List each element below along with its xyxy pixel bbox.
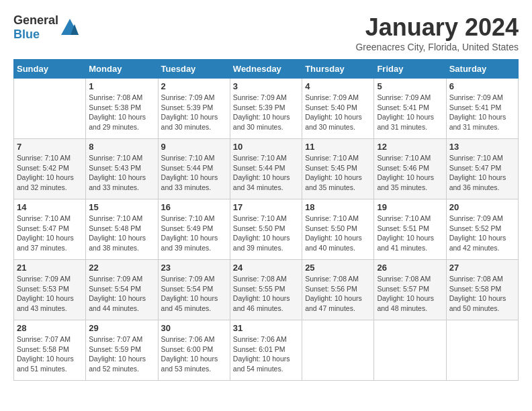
day-number: 22 <box>89 263 154 273</box>
day-of-week-header: Saturday <box>446 60 518 79</box>
day-number: 11 <box>305 142 371 152</box>
calendar-week-row: 7Sunrise: 7:10 AM Sunset: 5:42 PM Daylig… <box>14 139 519 199</box>
day-number: 12 <box>377 142 443 152</box>
day-of-week-header: Tuesday <box>158 60 230 79</box>
calendar-day-cell: 16Sunrise: 7:10 AM Sunset: 5:49 PM Dayli… <box>158 199 230 260</box>
calendar-day-cell: 29Sunrise: 7:07 AM Sunset: 5:59 PM Dayli… <box>86 320 158 381</box>
day-info: Sunrise: 7:07 AM Sunset: 5:59 PM Dayligh… <box>89 334 154 374</box>
calendar-day-cell: 8Sunrise: 7:10 AM Sunset: 5:43 PM Daylig… <box>86 139 158 199</box>
day-number: 26 <box>377 263 443 273</box>
day-info: Sunrise: 7:10 AM Sunset: 5:45 PM Dayligh… <box>305 153 371 193</box>
day-number: 14 <box>17 202 83 212</box>
calendar-day-cell: 10Sunrise: 7:10 AM Sunset: 5:44 PM Dayli… <box>230 139 302 199</box>
day-number: 5 <box>377 81 443 91</box>
logo: General Blue <box>13 13 80 42</box>
day-info: Sunrise: 7:09 AM Sunset: 5:40 PM Dayligh… <box>305 93 371 132</box>
calendar-day-cell: 2Sunrise: 7:09 AM Sunset: 5:39 PM Daylig… <box>158 79 230 139</box>
calendar-day-cell: 9Sunrise: 7:10 AM Sunset: 5:44 PM Daylig… <box>158 139 230 199</box>
logo-blue: Blue <box>13 28 40 41</box>
day-info: Sunrise: 7:09 AM Sunset: 5:39 PM Dayligh… <box>233 93 299 132</box>
day-number: 6 <box>449 81 515 91</box>
day-number: 23 <box>161 263 227 273</box>
day-number: 28 <box>17 323 83 333</box>
day-info: Sunrise: 7:09 AM Sunset: 5:41 PM Dayligh… <box>377 93 443 132</box>
calendar-day-cell: 4Sunrise: 7:09 AM Sunset: 5:40 PM Daylig… <box>302 79 374 139</box>
day-info: Sunrise: 7:10 AM Sunset: 5:43 PM Dayligh… <box>89 153 154 193</box>
day-number: 29 <box>89 323 154 333</box>
day-info: Sunrise: 7:09 AM Sunset: 5:54 PM Dayligh… <box>161 274 227 314</box>
day-number: 15 <box>89 202 154 212</box>
calendar-day-cell: 15Sunrise: 7:10 AM Sunset: 5:48 PM Dayli… <box>86 199 158 260</box>
day-info: Sunrise: 7:10 AM Sunset: 5:42 PM Dayligh… <box>17 153 83 193</box>
day-number: 27 <box>449 263 515 273</box>
day-info: Sunrise: 7:08 AM Sunset: 5:38 PM Dayligh… <box>89 93 154 132</box>
calendar-day-cell: 6Sunrise: 7:09 AM Sunset: 5:41 PM Daylig… <box>446 79 518 139</box>
day-info: Sunrise: 7:10 AM Sunset: 5:51 PM Dayligh… <box>377 214 443 253</box>
day-number: 2 <box>161 81 227 91</box>
logo-general: General <box>13 13 58 27</box>
day-number: 4 <box>305 81 371 91</box>
calendar-day-cell <box>374 320 446 381</box>
day-info: Sunrise: 7:10 AM Sunset: 5:44 PM Dayligh… <box>233 153 299 193</box>
day-info: Sunrise: 7:08 AM Sunset: 5:57 PM Dayligh… <box>377 274 443 314</box>
calendar-day-cell: 31Sunrise: 7:06 AM Sunset: 6:01 PM Dayli… <box>230 320 302 381</box>
calendar-day-cell: 3Sunrise: 7:09 AM Sunset: 5:39 PM Daylig… <box>230 79 302 139</box>
calendar-day-cell: 20Sunrise: 7:09 AM Sunset: 5:52 PM Dayli… <box>446 199 518 260</box>
calendar-day-cell <box>446 320 518 381</box>
day-number: 13 <box>449 142 515 152</box>
day-number: 3 <box>233 81 299 91</box>
day-info: Sunrise: 7:06 AM Sunset: 6:01 PM Dayligh… <box>233 334 299 374</box>
location-subtitle: Greenacres City, Florida, United States <box>355 42 519 52</box>
day-of-week-header: Monday <box>86 60 158 79</box>
calendar-day-cell: 1Sunrise: 7:08 AM Sunset: 5:38 PM Daylig… <box>86 79 158 139</box>
calendar-week-row: 1Sunrise: 7:08 AM Sunset: 5:38 PM Daylig… <box>14 79 519 139</box>
calendar-week-row: 21Sunrise: 7:09 AM Sunset: 5:53 PM Dayli… <box>14 260 519 320</box>
calendar-day-cell: 14Sunrise: 7:10 AM Sunset: 5:47 PM Dayli… <box>14 199 86 260</box>
calendar-day-cell <box>14 79 86 139</box>
day-of-week-header: Wednesday <box>230 60 302 79</box>
calendar-day-cell: 18Sunrise: 7:10 AM Sunset: 5:50 PM Dayli… <box>302 199 374 260</box>
day-info: Sunrise: 7:10 AM Sunset: 5:46 PM Dayligh… <box>377 153 443 193</box>
day-of-week-header: Sunday <box>14 60 86 79</box>
calendar-week-row: 28Sunrise: 7:07 AM Sunset: 5:58 PM Dayli… <box>14 320 519 381</box>
calendar-day-cell: 21Sunrise: 7:09 AM Sunset: 5:53 PM Dayli… <box>14 260 86 320</box>
title-area: January 2024 Greenacres City, Florida, U… <box>355 13 519 52</box>
day-info: Sunrise: 7:06 AM Sunset: 6:00 PM Dayligh… <box>161 334 227 374</box>
day-number: 9 <box>161 142 227 152</box>
day-info: Sunrise: 7:07 AM Sunset: 5:58 PM Dayligh… <box>17 334 83 374</box>
day-info: Sunrise: 7:09 AM Sunset: 5:52 PM Dayligh… <box>449 214 515 253</box>
day-info: Sunrise: 7:10 AM Sunset: 5:44 PM Dayligh… <box>161 153 227 193</box>
day-info: Sunrise: 7:09 AM Sunset: 5:54 PM Dayligh… <box>89 274 154 314</box>
day-info: Sunrise: 7:08 AM Sunset: 5:58 PM Dayligh… <box>449 274 515 314</box>
day-number: 30 <box>161 323 227 333</box>
calendar-day-cell: 12Sunrise: 7:10 AM Sunset: 5:46 PM Dayli… <box>374 139 446 199</box>
calendar-day-cell: 27Sunrise: 7:08 AM Sunset: 5:58 PM Dayli… <box>446 260 518 320</box>
day-info: Sunrise: 7:08 AM Sunset: 5:56 PM Dayligh… <box>305 274 371 314</box>
calendar-table: SundayMondayTuesdayWednesdayThursdayFrid… <box>13 59 519 381</box>
calendar-day-cell: 25Sunrise: 7:08 AM Sunset: 5:56 PM Dayli… <box>302 260 374 320</box>
calendar-day-cell: 5Sunrise: 7:09 AM Sunset: 5:41 PM Daylig… <box>374 79 446 139</box>
day-number: 17 <box>233 202 299 212</box>
calendar-day-cell: 13Sunrise: 7:10 AM Sunset: 5:47 PM Dayli… <box>446 139 518 199</box>
day-of-week-header: Friday <box>374 60 446 79</box>
day-info: Sunrise: 7:09 AM Sunset: 5:53 PM Dayligh… <box>17 274 83 314</box>
calendar-day-cell: 19Sunrise: 7:10 AM Sunset: 5:51 PM Dayli… <box>374 199 446 260</box>
calendar-day-cell: 24Sunrise: 7:08 AM Sunset: 5:55 PM Dayli… <box>230 260 302 320</box>
month-title: January 2024 <box>355 13 519 42</box>
day-number: 18 <box>305 202 371 212</box>
day-number: 1 <box>89 81 154 91</box>
calendar-day-cell: 11Sunrise: 7:10 AM Sunset: 5:45 PM Dayli… <box>302 139 374 199</box>
day-number: 16 <box>161 202 227 212</box>
calendar-header-row: SundayMondayTuesdayWednesdayThursdayFrid… <box>14 60 519 79</box>
day-number: 7 <box>17 142 83 152</box>
day-number: 24 <box>233 263 299 273</box>
day-number: 19 <box>377 202 443 212</box>
calendar-day-cell: 17Sunrise: 7:10 AM Sunset: 5:50 PM Dayli… <box>230 199 302 260</box>
day-info: Sunrise: 7:09 AM Sunset: 5:41 PM Dayligh… <box>449 93 515 132</box>
day-info: Sunrise: 7:10 AM Sunset: 5:50 PM Dayligh… <box>233 214 299 253</box>
page-header: General Blue January 2024 Greenacres Cit… <box>13 13 519 52</box>
calendar-day-cell: 7Sunrise: 7:10 AM Sunset: 5:42 PM Daylig… <box>14 139 86 199</box>
day-info: Sunrise: 7:09 AM Sunset: 5:39 PM Dayligh… <box>161 93 227 132</box>
day-number: 25 <box>305 263 371 273</box>
day-info: Sunrise: 7:10 AM Sunset: 5:48 PM Dayligh… <box>89 214 154 253</box>
